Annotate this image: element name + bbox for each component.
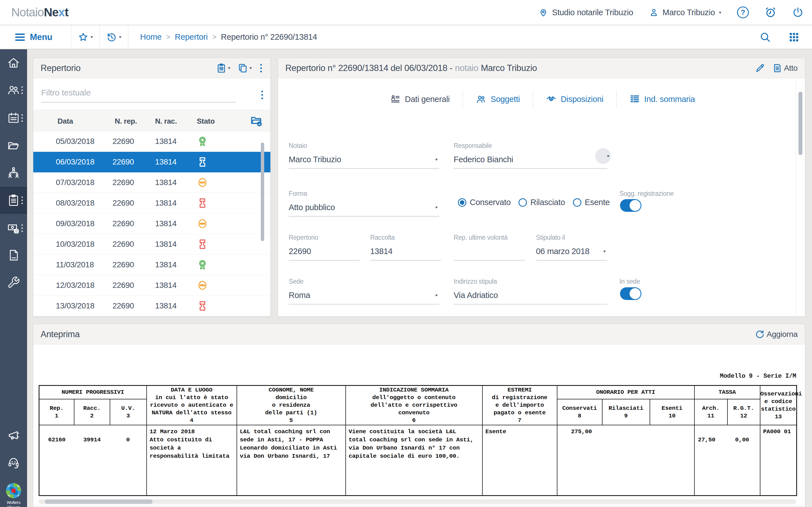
chevron-down-icon: ▾: [91, 35, 93, 39]
table-row[interactable]: 07/03/20182269013814: [33, 172, 270, 193]
menu-label: Menu: [30, 32, 52, 42]
row-date: 08/03/2018: [56, 199, 94, 208]
filter-options-menu[interactable]: [260, 90, 264, 100]
aggiorna-button[interactable]: Aggiorna: [755, 329, 798, 339]
search-button[interactable]: [760, 32, 771, 43]
aggiorna-label: Aggiorna: [767, 330, 798, 339]
favorites-dropdown[interactable]: ▾: [71, 25, 100, 49]
field-sede[interactable]: Sede Roma▾: [289, 278, 439, 304]
cell-indicazione: Viene costituita la società L&L total co…: [346, 425, 483, 496]
history-icon: [107, 32, 117, 42]
more-options-icon[interactable]: [21, 196, 23, 204]
sidebar-item-organigramma[interactable]: [0, 159, 27, 186]
support-headset-icon: [7, 456, 20, 469]
field-responsabile[interactable]: Responsabile Federico Bianchi ▾: [454, 142, 607, 169]
sidebar-item-assistenza[interactable]: [0, 449, 27, 476]
apps-grid-button[interactable]: [788, 32, 800, 43]
repertorio-copy-dropdown[interactable]: ▾: [238, 63, 252, 73]
field-notaio[interactable]: Notaio Marco Tribuzio▾: [289, 142, 439, 169]
table-row[interactable]: 09/03/20182269013814: [33, 214, 270, 234]
field-raccolta[interactable]: Raccolta 13814: [370, 234, 441, 261]
search-input[interactable]: Filtro testuale: [41, 88, 236, 103]
sidebar-item-strumenti[interactable]: [0, 269, 27, 296]
breadcrumb-repertori[interactable]: Repertori: [175, 33, 208, 42]
header-conservati: Conservati 8: [557, 399, 602, 425]
combo-open-button[interactable]: ▾: [595, 148, 611, 164]
sidebar-item-agenda[interactable]: [0, 105, 27, 131]
more-options-icon[interactable]: [21, 114, 23, 122]
toggle-in-sede-on[interactable]: [620, 287, 642, 300]
repertorio-print-dropdown[interactable]: ▾: [216, 63, 231, 73]
field-label: Repertorio: [289, 234, 360, 241]
scrollbar-thumb[interactable]: [45, 499, 153, 504]
tab-ind-sommaria[interactable]: Ind. sommaria: [617, 90, 708, 108]
radio-conservato[interactable]: Conservato: [458, 198, 511, 207]
breadcrumb-current: Repertorio n° 22690/13814: [221, 33, 317, 42]
toggle-sogg-registrazione-on[interactable]: [620, 199, 642, 212]
folder-settings-icon[interactable]: [250, 115, 262, 127]
sidebar-item-novita[interactable]: [0, 422, 27, 449]
refresh-icon: [755, 329, 765, 339]
field-stipulato-il[interactable]: Stipulato il 06 marzo 2018▾: [536, 234, 607, 261]
scrollbar-thumb[interactable]: [799, 92, 802, 155]
sidebar-item-contabilita[interactable]: [0, 215, 27, 242]
user-icon: [649, 8, 659, 17]
header-rep: Rep. 1: [39, 399, 74, 425]
cell-cognome-nome: L&L total coaching srl con sede in Asti,…: [237, 425, 346, 496]
table-row[interactable]: 12/03/20182269013814: [33, 275, 270, 296]
notifications-button[interactable]: [765, 6, 776, 18]
history-dropdown[interactable]: ▾: [100, 25, 128, 49]
table-row[interactable]: 11/03/20182269013814: [33, 255, 270, 275]
panel-more-menu[interactable]: [259, 63, 263, 73]
tab-dati-generali[interactable]: Dati generali: [377, 90, 463, 108]
office-selector[interactable]: Studio notarile Tribuzio: [539, 8, 633, 17]
radio-esente[interactable]: Esente: [573, 198, 610, 207]
edit-pencil-icon[interactable]: [755, 63, 765, 73]
menu-button[interactable]: Menu: [0, 25, 71, 49]
scrollbar-thumb[interactable]: [261, 143, 264, 241]
table-row[interactable]: 13/03/20182269013814: [33, 296, 270, 316]
field-forma[interactable]: Forma Atto pubblico▾: [289, 190, 439, 217]
top-bar: NotaioNext Studio notarile Tribuzio Marc…: [0, 0, 812, 25]
radio-label: Rilasciato: [530, 198, 565, 207]
input-underline: [289, 216, 439, 217]
title-notary-name: Marco Tribuzio: [481, 63, 537, 73]
table-row-selected[interactable]: 06/03/20182269013814: [33, 152, 270, 172]
row-nrep: 22690: [112, 158, 134, 166]
cell-tassa: 27,50 0,00: [695, 425, 760, 496]
field-repertorio[interactable]: Repertorio 22690: [289, 234, 360, 261]
breadcrumb-home[interactable]: Home: [140, 33, 161, 42]
sidebar-item-soggetti[interactable]: [0, 76, 27, 104]
copy-icon: [238, 63, 248, 73]
radio-rilasciato[interactable]: Rilasciato: [518, 198, 565, 207]
user-menu[interactable]: Marco Tribuzio ▾: [649, 8, 721, 17]
header-racc: Racc. 2: [74, 399, 110, 425]
sidebar-item-repertorio[interactable]: [0, 187, 27, 214]
column-header-nrac: N. rac.: [155, 117, 177, 126]
scrollbar-track: [796, 78, 796, 316]
header-estremi: ESTREMI di registrazione e dell'importo …: [483, 386, 557, 425]
table-row[interactable]: 05/03/20182269013814: [33, 131, 270, 152]
field-indirizzo-stipula[interactable]: Indirizzo stipula Via Adriatico: [454, 278, 607, 304]
header-indicazione-sommaria: INDICAZIONE SOMMARIA dell'oggetto o cont…: [346, 386, 483, 425]
table-row[interactable]: 10/03/20182269013814: [33, 234, 270, 255]
chevron-down-icon: ▾: [228, 66, 231, 70]
input-underline: [454, 260, 525, 261]
tab-disposizioni[interactable]: Disposizioni: [533, 90, 616, 108]
sidebar-item-documenti[interactable]: [0, 242, 27, 269]
more-options-icon[interactable]: [21, 87, 23, 94]
atto-button[interactable]: Atto: [772, 63, 798, 73]
tab-soggetti[interactable]: Soggetti: [463, 90, 533, 108]
more-options-icon[interactable]: [21, 224, 23, 232]
logout-button[interactable]: [792, 7, 804, 18]
atto-document-icon: [772, 63, 782, 73]
row-nrep: 22690: [112, 137, 134, 146]
repertorio-preview-table: NUMERI PROGRESSIVI DATA E LUOGO in cui l…: [39, 385, 797, 496]
help-button[interactable]: ?: [737, 6, 749, 18]
sidebar-item-home[interactable]: [0, 49, 27, 76]
table-row[interactable]: 08/03/20182269013814: [33, 193, 270, 214]
field-rep-ultime-volonta[interactable]: Rep. ultime volontà: [454, 234, 525, 261]
header-arch: Arch. 11: [695, 399, 727, 425]
sidebar-item-pratiche[interactable]: [0, 132, 27, 159]
document-icon: [7, 249, 20, 262]
